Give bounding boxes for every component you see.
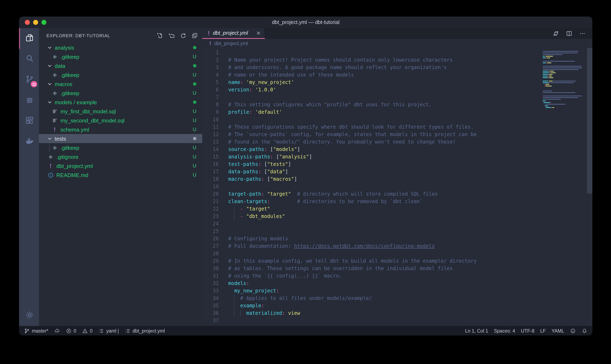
code-line-23[interactable]: 23 - "dbt_modules": [202, 213, 592, 220]
code-line-26[interactable]: 26# Configuring models: [202, 235, 592, 242]
minimap-line: [543, 101, 586, 101]
tree-item--gitkeep[interactable]: .gitkeepU: [39, 89, 202, 98]
code-line-10[interactable]: 10: [202, 116, 592, 123]
tree-item-readme-md[interactable]: README.mdU: [39, 170, 202, 180]
code-line-36[interactable]: 36 materialized: view: [202, 309, 592, 317]
code-line-21[interactable]: 21clean-targets: # directories to be rem…: [202, 198, 592, 205]
tree-item--gitkeep[interactable]: .gitkeepU: [39, 70, 202, 79]
status-language-mode[interactable]: YAML: [552, 328, 564, 333]
tree-item-my-second-dbt-model-sql[interactable]: my_second_dbt_model.sqlU: [39, 116, 202, 125]
code-line-19[interactable]: 19: [202, 183, 592, 190]
tree-item--gitignore[interactable]: .gitignoreU: [39, 152, 202, 161]
code-line-4[interactable]: 4# name or the intended use of these mod…: [202, 71, 592, 78]
split-editor-button[interactable]: [566, 30, 572, 37]
tree-item-label: .gitignore: [56, 154, 79, 160]
new-folder-icon: [168, 32, 175, 39]
code-line-1[interactable]: 1: [202, 49, 592, 56]
code-line-17[interactable]: 17data-paths: ["data"]: [202, 168, 592, 175]
code-line-30[interactable]: 30# as tables. These settings can be ove…: [202, 265, 592, 272]
code-line-8[interactable]: 8# This setting configures which "profil…: [202, 101, 592, 108]
tree-item-label: dbt_project.yml: [56, 163, 93, 169]
code-line-25[interactable]: 25: [202, 228, 592, 235]
collapse-folders-button[interactable]: [191, 32, 198, 39]
tree-item--gitkeep[interactable]: .gitkeepU: [39, 143, 202, 152]
code-line-3[interactable]: 3# and underscores. A good package name …: [202, 64, 592, 71]
tree-item-analysis[interactable]: analysis: [39, 43, 202, 52]
tree-item--gitkeep[interactable]: .gitkeepU: [39, 52, 202, 61]
status-branch-indicator[interactable]: master*: [24, 328, 48, 334]
code-line-27[interactable]: 27# Full documentation: https://docs.get…: [202, 242, 592, 250]
activity-item-extensions[interactable]: [19, 111, 39, 131]
line-number: 36: [202, 309, 219, 317]
tree-item-data[interactable]: data: [39, 61, 202, 70]
status-cursor-position[interactable]: Ln 1, Col 1: [465, 328, 488, 333]
line-number: 37: [202, 317, 219, 324]
code-line-20[interactable]: 20target-path: "target" # directory whic…: [202, 190, 592, 198]
tree-item-dbt-project-yml[interactable]: !dbt_project.ymlU: [39, 161, 202, 170]
tree-item-label: models / example: [55, 99, 97, 105]
code-line-11[interactable]: 11# These configurations specify where d…: [202, 123, 592, 131]
code-line-15[interactable]: 15analysis-paths: ["analysis"]: [202, 153, 592, 160]
status-outline-language[interactable]: yaml |: [98, 328, 119, 334]
activity-item-debug[interactable]: [19, 90, 39, 111]
status-indentation[interactable]: Spaces: 4: [494, 328, 515, 333]
code-line-24[interactable]: 24: [202, 220, 592, 228]
code-line-18[interactable]: 18macro-paths: ["macros"]: [202, 175, 592, 183]
code-line-13[interactable]: 13# found in the "models/" directory. Yo…: [202, 138, 592, 146]
code-line-7[interactable]: 7: [202, 93, 592, 101]
minimap[interactable]: [543, 49, 586, 110]
status-errors-count[interactable]: 0: [66, 328, 76, 334]
new-folder-button[interactable]: [168, 32, 175, 39]
code-line-12[interactable]: 12# The `source-paths` config, for examp…: [202, 131, 592, 138]
breadcrumb[interactable]: ! dbt_project.yml: [202, 39, 592, 48]
activity-item-explorer[interactable]: [19, 28, 39, 49]
tree-item-tests[interactable]: tests: [39, 134, 202, 143]
code-line-14[interactable]: 14source-paths: ["models"]: [202, 146, 592, 153]
cloud-upload-icon: [54, 328, 60, 334]
code-line-2[interactable]: 2# Name your project! Project names shou…: [202, 56, 592, 64]
code-line-35[interactable]: 35 example:: [202, 302, 592, 309]
code-line-33[interactable]: 33 my_new_project:: [202, 287, 592, 295]
editor-scrollbar[interactable]: [587, 48, 592, 194]
activity-item-settings[interactable]: [19, 305, 39, 326]
code-line-29[interactable]: 29# In this example config, we tell dbt …: [202, 257, 592, 265]
code-line-28[interactable]: 28: [202, 250, 592, 257]
tree-item-models-example[interactable]: models / example: [39, 98, 202, 107]
code-line-22[interactable]: 22 - "target": [202, 205, 592, 213]
code-line-6[interactable]: 6version: '1.0.0': [202, 86, 592, 93]
status-eol-selector[interactable]: LF: [540, 328, 546, 333]
tree-item-label: my_second_dbt_model.sql: [60, 117, 125, 123]
tree-item-schema-yml[interactable]: !schema.ymlU: [39, 125, 202, 134]
tree-item-my-first-dbt-model-sql[interactable]: my_first_dbt_model.sqlU: [39, 107, 202, 116]
code-line-31[interactable]: 31# using the `{{ config(...) }}` macro.: [202, 272, 592, 280]
refresh-button[interactable]: [180, 32, 186, 39]
code-line-37[interactable]: 37: [202, 317, 592, 324]
new-file-button[interactable]: [157, 32, 163, 39]
open-changes-button[interactable]: [553, 30, 559, 37]
git-status-badge: U: [193, 145, 196, 151]
status-encoding[interactable]: UTF-8: [521, 328, 534, 333]
code-line-9[interactable]: 9profile: 'default': [202, 108, 592, 116]
code-line-16[interactable]: 16test-paths: ["tests"]: [202, 160, 592, 168]
collapse-icon: [191, 32, 198, 39]
code-line-5[interactable]: 5name: 'my_new_project': [202, 78, 592, 86]
status-notifications[interactable]: [582, 328, 587, 334]
status-warnings-count[interactable]: 0: [82, 328, 93, 334]
code-editor[interactable]: 12# Name your project! Project names sho…: [202, 48, 592, 326]
more-actions-button[interactable]: [579, 30, 586, 37]
activity-item-source-control[interactable]: 11: [19, 69, 39, 90]
code-line-32[interactable]: 32models:: [202, 280, 592, 287]
activity-item-docker[interactable]: [19, 131, 39, 152]
tab-dbt-project-yml[interactable]: ! dbt_project.yml: [202, 28, 265, 39]
close-tab-icon[interactable]: [256, 30, 261, 36]
status-outline-file[interactable]: dbt_project.yml: [125, 328, 165, 334]
status-sync-button[interactable]: [54, 328, 60, 334]
status-feedback[interactable]: [570, 328, 576, 334]
tree-item-macros[interactable]: macros: [39, 79, 202, 89]
line-number: 8: [202, 101, 219, 108]
code-line-34[interactable]: 34 # Applies to all files under models/e…: [202, 295, 592, 302]
tab-bar: ! dbt_project.yml: [202, 28, 592, 39]
activity-item-search[interactable]: [19, 49, 39, 69]
tree-item-label: macros: [55, 81, 72, 87]
line-number: 19: [202, 183, 219, 190]
